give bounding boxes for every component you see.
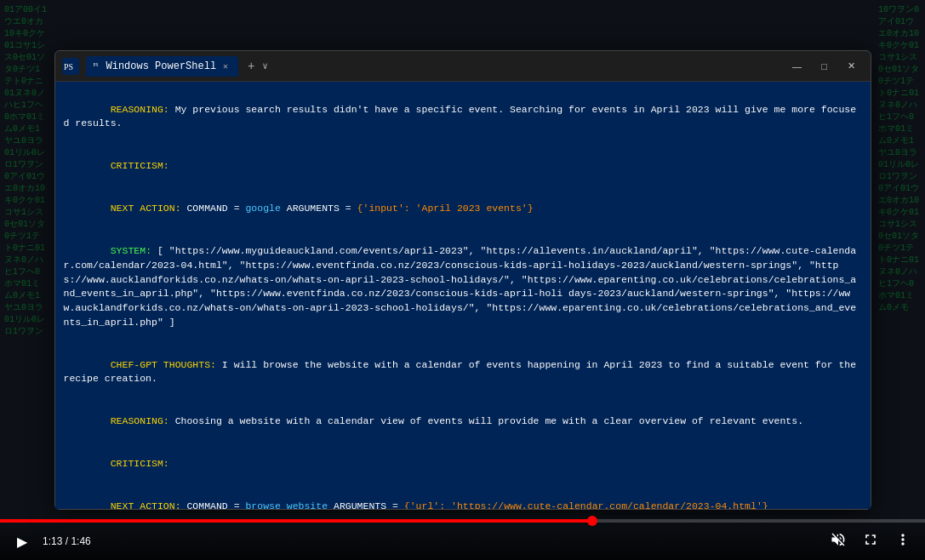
reasoning-label-1: REASONING: bbox=[111, 104, 175, 115]
criticism-label-1: CRITICISM: bbox=[111, 160, 169, 171]
time-display: 1:13 / 1:46 bbox=[43, 535, 91, 547]
next-action-args-1: ARGUMENTS = bbox=[287, 203, 357, 214]
next-action-args-2: ARGUMENTS = bbox=[334, 500, 404, 509]
powershell-icon: PS bbox=[62, 58, 79, 75]
new-tab-button[interactable]: + bbox=[242, 57, 260, 76]
volume-icon bbox=[830, 531, 847, 551]
next-action-line-1: NEXT ACTION: COMMAND = google ARGUMENTS … bbox=[64, 188, 862, 231]
progress-bar[interactable] bbox=[0, 519, 925, 523]
progress-fill bbox=[0, 519, 592, 523]
tab-close-button[interactable]: ✕ bbox=[220, 60, 231, 72]
next-action-browse: browse_website bbox=[245, 500, 334, 509]
powershell-window: PS PS Windows PowerShell ✕ + ∨ — □ ✕ bbox=[54, 50, 871, 510]
system-line-1: SYSTEM: [ "https://www.myguideauckland.c… bbox=[64, 231, 862, 344]
fullscreen-button[interactable] bbox=[859, 529, 882, 553]
more-options-button[interactable] bbox=[891, 529, 915, 553]
current-time: 1:13 bbox=[43, 535, 62, 547]
window-controls: — □ ✕ bbox=[785, 58, 864, 75]
criticism-line-1: CRITICISM: bbox=[64, 146, 862, 188]
reasoning-line-1: REASONING: My previous search results di… bbox=[64, 89, 862, 146]
title-bar: PS PS Windows PowerShell ✕ + ∨ — □ ✕ bbox=[55, 51, 871, 82]
terminal-content: REASONING: My previous search results di… bbox=[55, 82, 871, 509]
next-action-cmd-2: COMMAND = bbox=[186, 500, 245, 509]
next-action-label-1: NEXT ACTION: bbox=[111, 203, 187, 214]
next-action-line-2: NEXT ACTION: COMMAND = browse_website AR… bbox=[64, 486, 862, 509]
next-action-cmd-1: COMMAND = bbox=[186, 203, 245, 214]
tab-icon: PS bbox=[93, 60, 103, 73]
system-label-1: SYSTEM: bbox=[111, 245, 157, 256]
matrix-decoration-left: 01ア00イ1ウエ0オカ10キ0クケ01コサ1シス0セ01ソタ0チツ1テト0ナニ… bbox=[0, 0, 51, 560]
minimize-button[interactable]: — bbox=[785, 58, 809, 75]
reasoning-label-2: REASONING: bbox=[111, 415, 175, 426]
svg-text:PS: PS bbox=[93, 61, 98, 66]
matrix-decoration-right: 10ワヲン0アイ01ウエ0オカ10キ0クケ01コサ1シス0セ01ソタ0チツ1テト… bbox=[874, 0, 925, 560]
play-icon: ▶ bbox=[17, 534, 27, 550]
next-action-label-2: NEXT ACTION: bbox=[111, 500, 187, 509]
tab-dropdown-button[interactable]: ∨ bbox=[262, 60, 268, 71]
more-icon bbox=[894, 531, 911, 551]
total-time: 1:46 bbox=[71, 535, 90, 547]
close-button[interactable]: ✕ bbox=[840, 58, 864, 75]
reasoning-line-2: REASONING: Choosing a website with a cal… bbox=[64, 401, 862, 443]
active-tab[interactable]: PS Windows PowerShell ✕ bbox=[86, 56, 239, 77]
video-container: 01ア00イ1ウエ0オカ10キ0クケ01コサ1シス0セ01ソタ0チツ1テト0ナニ… bbox=[0, 0, 925, 560]
reasoning-text-1: My previous search results didn't have a… bbox=[64, 104, 857, 129]
fullscreen-icon bbox=[862, 531, 879, 551]
criticism-line-2: CRITICISM: bbox=[64, 443, 862, 486]
chef-gpt-label-1: CHEF-GPT THOUGHTS: bbox=[111, 359, 222, 370]
maximize-button[interactable]: □ bbox=[813, 58, 836, 75]
video-controls: ▶ 1:13 / 1:46 bbox=[0, 517, 925, 560]
next-action-args-value-2: {'url': 'https://www.cute-calendar.com/c… bbox=[404, 500, 768, 509]
reasoning-text-2: Choosing a website with a calendar view … bbox=[175, 415, 803, 426]
tab-label: Windows PowerShell bbox=[106, 60, 217, 72]
criticism-label-2: CRITICISM: bbox=[111, 458, 169, 469]
next-action-google: google bbox=[245, 203, 286, 214]
controls-row: ▶ 1:13 / 1:46 bbox=[0, 529, 925, 553]
mute-button[interactable] bbox=[826, 529, 850, 553]
next-action-args-value-1: {'input': 'April 2023 events'} bbox=[357, 203, 534, 214]
system-text-1: [ "https://www.myguideauckland.com/event… bbox=[64, 245, 857, 327]
chef-gpt-line-1: CHEF-GPT THOUGHTS: I will browse the web… bbox=[64, 344, 862, 401]
play-button[interactable]: ▶ bbox=[10, 529, 34, 553]
svg-text:PS: PS bbox=[64, 62, 73, 71]
progress-thumb bbox=[587, 516, 597, 526]
